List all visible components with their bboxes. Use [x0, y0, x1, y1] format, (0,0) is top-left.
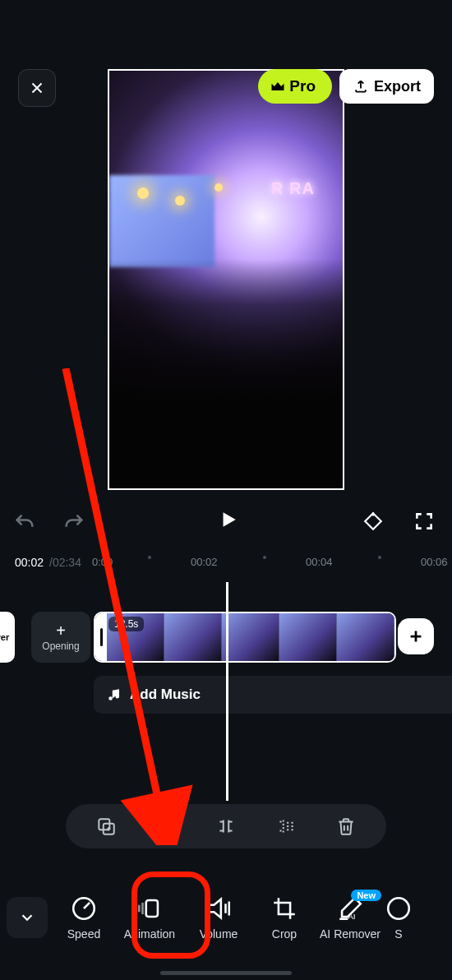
split-button[interactable] — [210, 810, 242, 843]
tool-label: Speed — [67, 927, 100, 941]
split-left-button[interactable] — [150, 810, 182, 843]
ruler-tick-label: 00:02 — [191, 556, 218, 568]
pro-label: Pro — [289, 77, 316, 95]
stage-light-icon — [214, 183, 223, 192]
split-icon — [215, 816, 237, 837]
trash-icon — [335, 816, 357, 837]
plus-icon: + — [56, 622, 66, 639]
new-badge: New — [351, 890, 381, 901]
volume-icon — [205, 894, 233, 922]
tool-ai-remover[interactable]: New AI AI Remover — [316, 894, 385, 941]
add-music-label: Add Music — [130, 686, 201, 703]
crop-icon — [270, 894, 298, 922]
tool-label: Volume — [200, 927, 238, 941]
keyframe-icon — [362, 511, 384, 532]
current-time: 00:02 — [15, 556, 44, 569]
circle-icon — [385, 894, 413, 922]
redo-icon — [62, 511, 85, 534]
animation-icon — [136, 894, 164, 922]
tool-label: AI Remover — [320, 927, 381, 941]
svg-rect-3 — [146, 900, 158, 917]
delete-button[interactable] — [330, 810, 362, 843]
plus-icon — [407, 627, 425, 645]
play-button[interactable] — [211, 503, 244, 536]
speed-icon — [70, 894, 98, 922]
stage-sign-text: R RA — [271, 179, 315, 198]
music-note-icon — [107, 687, 122, 702]
undo-button[interactable] — [10, 508, 39, 538]
close-button[interactable] — [18, 69, 56, 107]
duplicate-icon — [95, 816, 117, 837]
play-icon — [217, 509, 238, 530]
quick-actions-bar — [66, 804, 386, 848]
add-clip-button[interactable] — [398, 618, 434, 654]
split-right-icon — [275, 816, 297, 837]
split-right-button[interactable] — [270, 810, 302, 843]
svg-point-5 — [388, 898, 409, 919]
tool-label: Crop — [272, 927, 297, 941]
preview-frame: R RA — [109, 71, 343, 488]
export-button[interactable]: Export — [339, 69, 434, 104]
duplicate-button[interactable] — [90, 810, 122, 843]
clip-handle-left[interactable] — [95, 613, 107, 661]
stage-light-icon — [137, 187, 149, 199]
tool-label: Animation — [124, 927, 175, 941]
tool-label: S — [394, 927, 402, 941]
ruler-tick-label: 00:06 — [421, 556, 448, 568]
home-indicator — [160, 971, 292, 975]
ruler-tick-dot — [378, 556, 381, 559]
ruler-tick-label: 0:00 — [92, 556, 113, 568]
tool-speed[interactable]: Speed — [53, 894, 115, 941]
crown-icon — [270, 78, 286, 95]
ruler-tick-dot — [148, 556, 151, 559]
cover-button[interactable]: ver — [0, 612, 15, 663]
undo-icon — [13, 511, 36, 534]
fullscreen-button[interactable] — [411, 508, 437, 534]
clip-duration-badge: 12.5s — [108, 617, 144, 631]
tool-next-partial[interactable]: S — [385, 894, 413, 941]
fullscreen-icon — [413, 511, 435, 532]
collapse-toolbar-button[interactable] — [7, 897, 48, 938]
pro-button[interactable]: Pro — [258, 69, 332, 104]
tool-animation[interactable]: Animation — [115, 894, 184, 941]
chevron-down-icon — [18, 908, 36, 927]
split-left-icon — [155, 816, 177, 837]
video-preview[interactable]: R RA — [108, 69, 344, 490]
clip-thumbnails — [107, 613, 394, 661]
opening-button[interactable]: + Opening — [31, 612, 90, 663]
ruler-tick-dot — [263, 556, 266, 559]
tool-crop[interactable]: Crop — [253, 894, 316, 941]
export-label: Export — [374, 78, 421, 95]
redo-button[interactable] — [59, 508, 89, 538]
total-time: /02:34 — [49, 556, 81, 569]
stage-light-icon — [175, 196, 185, 206]
export-icon — [353, 78, 369, 95]
keyframe-button[interactable] — [360, 508, 386, 534]
bottom-toolbar: Speed Animation Volume Crop New AI AI Re… — [0, 878, 452, 957]
ruler-tick-label: 00:04 — [306, 556, 333, 568]
tool-volume[interactable]: Volume — [184, 894, 253, 941]
timeline-ruler[interactable]: 00:02 /02:34 0:00 00:02 00:04 00:06 — [0, 556, 452, 582]
close-icon — [28, 79, 46, 97]
svg-text:AI: AI — [348, 912, 355, 921]
opening-label: Opening — [42, 640, 79, 652]
add-music-button[interactable]: Add Music — [94, 676, 452, 714]
playhead[interactable] — [226, 582, 228, 801]
cover-label: ver — [0, 632, 9, 642]
